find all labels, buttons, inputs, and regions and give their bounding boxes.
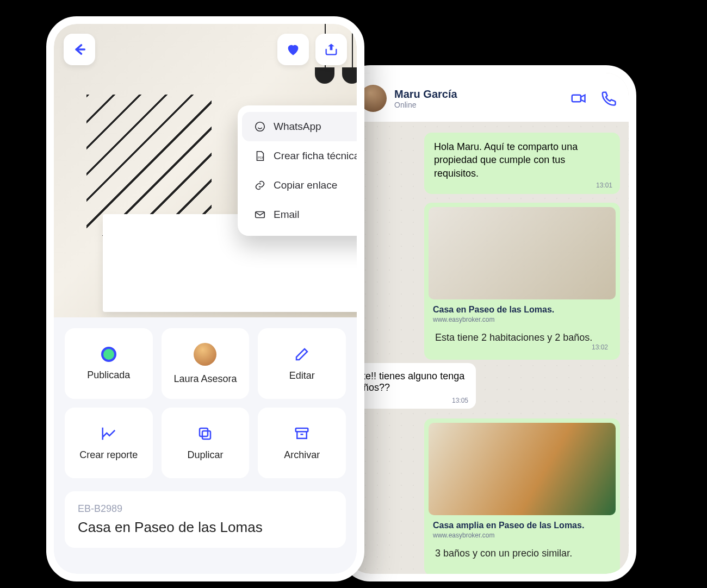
tile-archive[interactable]: Archivar bbox=[258, 408, 346, 478]
property-actions-grid: Publicada Laura Asesora Editar Crear rep… bbox=[54, 317, 357, 489]
phone-left: WhatsApp PDF Crear ficha técnica Copiar … bbox=[46, 16, 364, 581]
svg-marker-9 bbox=[581, 95, 585, 102]
svg-point-1 bbox=[256, 122, 265, 132]
share-icon bbox=[324, 42, 339, 57]
whatsapp-chat-screen: Maru García Online Hola Maru. Aquí te co… bbox=[348, 73, 629, 574]
card-image bbox=[429, 423, 616, 515]
outgoing-message[interactable]: Hola Maru. Aquí te comparto una propieda… bbox=[424, 133, 620, 194]
card-image bbox=[429, 207, 616, 299]
property-card-message[interactable]: Casa en Paseo de las Lomas. www.easybrok… bbox=[424, 203, 620, 360]
photo-pagination[interactable] bbox=[186, 306, 225, 311]
link-icon bbox=[254, 179, 266, 191]
tile-status[interactable]: Publicada bbox=[65, 328, 153, 399]
favorite-button[interactable] bbox=[277, 34, 309, 65]
card-title: Casa en Paseo de las Lomas. bbox=[429, 304, 616, 316]
tile-duplicate[interactable]: Duplicar bbox=[162, 408, 250, 478]
share-button[interactable] bbox=[315, 34, 347, 65]
card-url: www.easybroker.com bbox=[429, 316, 616, 327]
svg-text:PDF: PDF bbox=[258, 156, 264, 159]
tile-label: Archivar bbox=[284, 449, 320, 461]
phone-side-button bbox=[46, 154, 47, 187]
listing-id: EB-B2989 bbox=[78, 503, 333, 515]
share-menu-item-label: Email bbox=[274, 209, 300, 221]
tile-label: Crear reporte bbox=[79, 449, 138, 461]
message-text: elente!! tienes alguno tenga 3 baños?? bbox=[348, 371, 464, 393]
advisor-avatar bbox=[194, 343, 216, 366]
message-timestamp: 13:01 bbox=[596, 181, 612, 190]
share-menu-item-label: Copiar enlace bbox=[274, 179, 337, 191]
pdf-icon: PDF bbox=[254, 150, 266, 162]
listing-title: Casa en Paseo de las Lomas bbox=[78, 519, 333, 536]
phone-side-button bbox=[46, 198, 47, 263]
svg-rect-8 bbox=[572, 95, 581, 102]
contact-status: Online bbox=[394, 101, 457, 109]
share-menu-item-pdf[interactable]: PDF Crear ficha técnica bbox=[242, 141, 357, 171]
property-app-screen: WhatsApp PDF Crear ficha técnica Copiar … bbox=[54, 24, 357, 574]
phone-right: Maru García Online Hola Maru. Aquí te co… bbox=[340, 65, 636, 581]
share-menu-item-email[interactable]: Email bbox=[242, 200, 357, 229]
tile-edit[interactable]: Editar bbox=[258, 328, 346, 399]
status-dot-icon bbox=[101, 347, 116, 362]
voice-call-icon[interactable] bbox=[600, 90, 617, 107]
svg-rect-5 bbox=[200, 428, 208, 436]
phone-side-button bbox=[635, 268, 636, 334]
share-menu: WhatsApp PDF Crear ficha técnica Copiar … bbox=[238, 105, 357, 236]
message-timestamp: 13:05 bbox=[452, 397, 468, 404]
tile-label: Publicada bbox=[87, 370, 130, 381]
property-card-message[interactable]: Casa amplia en Paseo de las Lomas. www.e… bbox=[424, 418, 620, 574]
back-button[interactable] bbox=[64, 34, 95, 65]
chat-messages[interactable]: Hola Maru. Aquí te comparto una propieda… bbox=[348, 122, 629, 574]
property-photo[interactable]: WhatsApp PDF Crear ficha técnica Copiar … bbox=[54, 24, 357, 317]
whatsapp-icon bbox=[254, 121, 266, 133]
tile-label: Duplicar bbox=[187, 449, 223, 461]
phone-side-button bbox=[635, 225, 636, 258]
tile-report[interactable]: Crear reporte bbox=[65, 408, 153, 478]
arrow-left-icon bbox=[72, 42, 87, 57]
video-call-icon[interactable] bbox=[570, 90, 586, 107]
chart-icon bbox=[101, 426, 117, 442]
tile-label: Laura Asesora bbox=[173, 373, 237, 385]
share-menu-item-label: Crear ficha técnica bbox=[274, 150, 357, 162]
archive-icon bbox=[294, 426, 310, 442]
card-url: www.easybroker.com bbox=[429, 531, 616, 542]
contact-name: Maru García bbox=[394, 88, 457, 101]
incoming-message[interactable]: elente!! tienes alguno tenga 3 baños?? 1… bbox=[348, 363, 476, 409]
mail-icon bbox=[254, 209, 266, 221]
message-text: Hola Maru. Aquí te comparto una propieda… bbox=[434, 141, 578, 179]
tile-label: Editar bbox=[289, 370, 315, 381]
listing-card[interactable]: EB-B2989 Casa en Paseo de las Lomas bbox=[65, 491, 346, 548]
share-menu-item-whatsapp[interactable]: WhatsApp bbox=[242, 112, 357, 141]
share-menu-item-copy-link[interactable]: Copiar enlace bbox=[242, 171, 357, 200]
tile-advisor[interactable]: Laura Asesora bbox=[162, 328, 250, 399]
message-timestamp: 13:02 bbox=[592, 343, 608, 351]
heart-icon bbox=[286, 42, 301, 57]
edit-icon bbox=[294, 346, 310, 362]
share-menu-item-label: WhatsApp bbox=[274, 121, 321, 133]
svg-rect-4 bbox=[202, 431, 210, 439]
card-caption: 3 baños y con un precio similar. bbox=[435, 548, 572, 559]
svg-rect-6 bbox=[296, 428, 308, 431]
card-title: Casa amplia en Paseo de las Lomas. bbox=[429, 520, 616, 531]
card-caption: Esta tiene 2 habitaciones y 2 baños. bbox=[435, 332, 592, 343]
copy-icon bbox=[197, 426, 213, 442]
chat-header: Maru García Online bbox=[348, 73, 629, 122]
